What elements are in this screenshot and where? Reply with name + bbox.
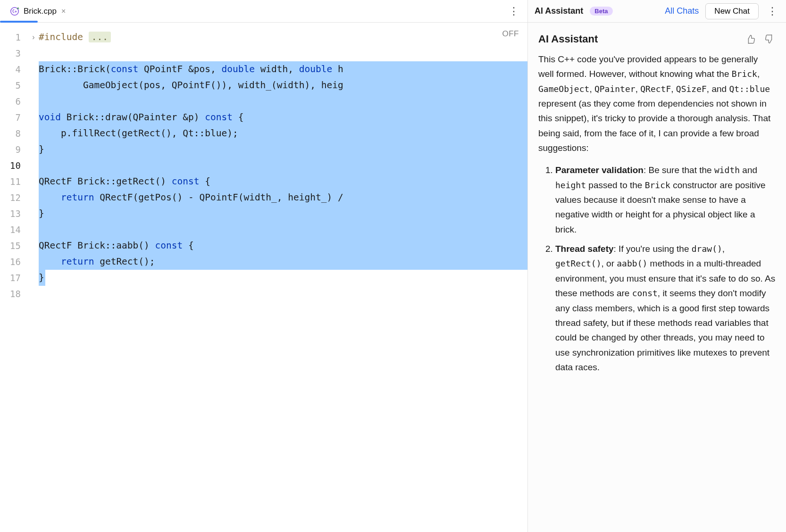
code-line[interactable] — [39, 158, 527, 174]
ai-message-author: AI Assistant — [538, 33, 598, 45]
code-line[interactable]: } — [39, 206, 527, 222]
file-tab[interactable]: C+ + Brick.cpp × — [5, 3, 71, 19]
line-number[interactable]: 3 — [0, 45, 28, 61]
line-number[interactable]: 7 — [0, 109, 28, 125]
code-line[interactable]: } — [39, 141, 527, 158]
line-number[interactable]: 18 — [0, 286, 28, 302]
fold-column[interactable]: › — [28, 23, 39, 532]
inspections-off-badge[interactable]: OFF — [502, 29, 519, 39]
line-number[interactable]: 8 — [0, 125, 28, 141]
code-line[interactable] — [39, 45, 527, 61]
tab-more-icon[interactable]: ⋮ — [505, 3, 523, 19]
code-line[interactable] — [39, 93, 527, 109]
ai-suggestions-list: Parameter validation: Be sure that the w… — [538, 163, 776, 374]
line-number[interactable]: 4 — [0, 61, 28, 77]
line-number[interactable]: 1 — [0, 29, 28, 45]
tab-bar: C+ + Brick.cpp × ⋮ — [0, 0, 527, 23]
ai-assistant-panel: AI Assistant Beta All Chats New Chat ⋮ A… — [528, 0, 786, 532]
line-number[interactable]: 17 — [0, 270, 28, 286]
code-line[interactable]: QRectF Brick::aabb() const { — [39, 238, 527, 254]
code-line[interactable]: void Brick::draw(QPainter &p) const { — [39, 109, 527, 125]
tab-filename: Brick.cpp — [24, 7, 57, 16]
code-line[interactable]: Brick::Brick(const QPointF &pos, double … — [39, 61, 527, 77]
thumbs-down-icon[interactable] — [763, 33, 776, 45]
code-line[interactable]: return getRect(); — [39, 254, 527, 270]
svg-text:+: + — [17, 6, 19, 10]
beta-badge: Beta — [590, 7, 612, 16]
line-number[interactable]: 13 — [0, 206, 28, 222]
line-number[interactable]: 5 — [0, 77, 28, 93]
line-number-gutter[interactable]: 13456789101112131415161718 — [0, 23, 28, 532]
ai-message-header: AI Assistant — [538, 33, 776, 45]
fold-chevron-icon[interactable]: › — [32, 29, 34, 45]
ai-suggestion-item: Parameter validation: Be sure that the w… — [555, 163, 776, 237]
ai-more-icon[interactable]: ⋮ — [765, 4, 779, 18]
folded-region[interactable]: ... — [89, 32, 111, 42]
code-line[interactable] — [39, 222, 527, 238]
cpp-file-icon: C+ + — [9, 6, 20, 17]
code-line[interactable]: p.fillRect(getRect(), Qt::blue); — [39, 125, 527, 141]
code-line[interactable]: GameObject(pos, QPointF()), width_(width… — [39, 77, 527, 93]
line-number[interactable]: 15 — [0, 238, 28, 254]
line-number[interactable]: 6 — [0, 93, 28, 109]
ai-chat-body[interactable]: AI Assistant This C++ code you've provid… — [528, 23, 786, 532]
code-area[interactable]: OFF 13456789101112131415161718 › #includ… — [0, 23, 527, 532]
code-line[interactable]: #include ... — [39, 29, 527, 45]
svg-text:C+: C+ — [12, 9, 17, 14]
ai-panel-title: AI Assistant — [535, 6, 583, 16]
all-chats-link[interactable]: All Chats — [665, 6, 699, 16]
code-line[interactable]: QRectF Brick::getRect() const { — [39, 174, 527, 190]
code-line[interactable]: } — [39, 270, 527, 286]
new-chat-button[interactable]: New Chat — [705, 3, 759, 19]
line-number[interactable]: 10 — [0, 158, 28, 174]
line-number[interactable]: 11 — [0, 174, 28, 190]
code-content[interactable]: #include ... Brick::Brick(const QPointF … — [39, 23, 527, 532]
line-number[interactable]: 9 — [0, 141, 28, 158]
ai-message-body: This C++ code you've provided appears to… — [538, 52, 776, 374]
code-line[interactable] — [39, 286, 527, 302]
thumbs-up-icon[interactable] — [744, 33, 757, 45]
line-number[interactable]: 12 — [0, 190, 28, 206]
editor-pane: C+ + Brick.cpp × ⋮ OFF 13456789101112131… — [0, 0, 528, 532]
close-tab-icon[interactable]: × — [60, 7, 67, 16]
ai-panel-header: AI Assistant Beta All Chats New Chat ⋮ — [528, 0, 786, 23]
line-number[interactable]: 16 — [0, 254, 28, 270]
line-number[interactable]: 14 — [0, 222, 28, 238]
code-line[interactable]: return QRectF(getPos() - QPointF(width_,… — [39, 190, 527, 206]
ai-intro-paragraph: This C++ code you've provided appears to… — [538, 52, 776, 155]
ai-suggestion-item: Thread safety: If you're using the draw(… — [555, 241, 776, 374]
